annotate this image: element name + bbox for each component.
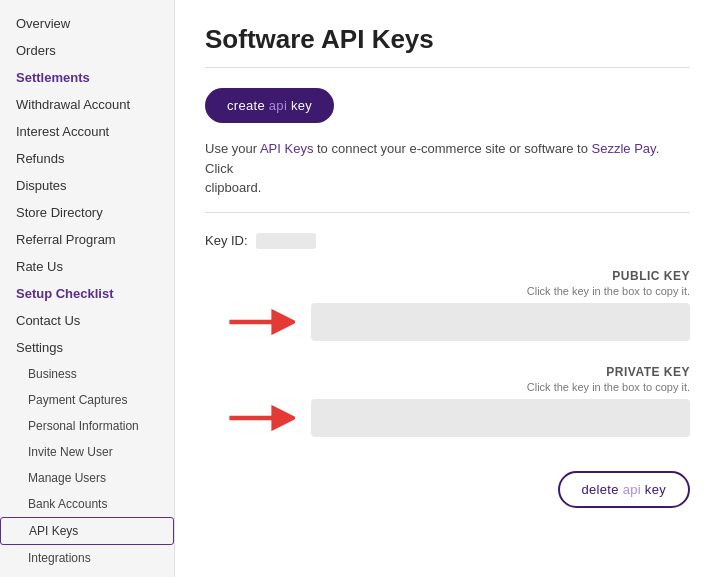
sidebar-settings-label: Settings [0, 334, 174, 361]
private-key-arrow-container [205, 403, 295, 433]
public-key-arrow-container [205, 307, 295, 337]
sidebar-item-overview[interactable]: Overview [0, 10, 174, 37]
private-key-header: PRIVATE KEY Click the key in the box to … [205, 365, 690, 399]
sidebar-item-business[interactable]: Business [0, 361, 174, 387]
delete-btn-highlight: api [623, 482, 641, 497]
key-id-row: Key ID: [205, 233, 690, 249]
create-btn-highlight: api [269, 98, 287, 113]
sidebar-item-store-directory[interactable]: Store Directory [0, 199, 174, 226]
sidebar-item-manage-users[interactable]: Manage Users [0, 465, 174, 491]
sidebar-item-payment-captures[interactable]: Payment Captures [0, 387, 174, 413]
sidebar-item-withdrawal-account[interactable]: Withdrawal Account [0, 91, 174, 118]
description-text: Use your API Keys to connect your e-comm… [205, 139, 690, 213]
right-arrow-icon-2 [225, 403, 295, 433]
sidebar-item-integrations[interactable]: Integrations [0, 545, 174, 571]
sidebar-item-orders[interactable]: Orders [0, 37, 174, 64]
sidebar-item-invite-new-user[interactable]: Invite New User [0, 439, 174, 465]
sidebar-item-refunds[interactable]: Refunds [0, 145, 174, 172]
delete-btn-row: delete api key [205, 461, 690, 508]
sezzle-link: Sezzle Pay [592, 141, 656, 156]
key-id-value [256, 233, 316, 249]
private-key-sublabel: Click the key in the box to copy it. [527, 381, 690, 393]
sidebar-item-settlements[interactable]: Settlements [0, 64, 174, 91]
private-key-label: PRIVATE KEY [606, 365, 690, 379]
main-content: Software API Keys create api key Use you… [175, 0, 720, 577]
public-key-label: PUBLIC KEY [612, 269, 690, 283]
page-title: Software API Keys [205, 24, 690, 68]
right-arrow-icon [225, 307, 295, 337]
public-key-input[interactable] [311, 303, 690, 341]
sidebar-item-disputes[interactable]: Disputes [0, 172, 174, 199]
public-key-sublabel: Click the key in the box to copy it. [527, 285, 690, 297]
public-key-header: PUBLIC KEY Click the key in the box to c… [205, 269, 690, 303]
sidebar-item-contact-us[interactable]: Contact Us [0, 307, 174, 334]
private-key-input[interactable] [311, 399, 690, 437]
sidebar-item-bank-accounts[interactable]: Bank Accounts [0, 491, 174, 517]
api-keys-link: API Keys [260, 141, 313, 156]
key-id-label: Key ID: [205, 233, 248, 248]
private-key-block: PRIVATE KEY Click the key in the box to … [205, 365, 690, 437]
sidebar-item-setup-checklist[interactable]: Setup Checklist [0, 280, 174, 307]
delete-api-key-button[interactable]: delete api key [558, 471, 690, 508]
sidebar-item-notifications[interactable]: Notifications [0, 571, 174, 577]
sidebar-item-api-keys[interactable]: API Keys [0, 517, 174, 545]
sidebar-item-referral-program[interactable]: Referral Program [0, 226, 174, 253]
create-api-key-button[interactable]: create api key [205, 88, 334, 123]
sidebar-item-personal-information[interactable]: Personal Information [0, 413, 174, 439]
sidebar-item-interest-account[interactable]: Interest Account [0, 118, 174, 145]
sidebar: Overview Orders Settlements Withdrawal A… [0, 0, 175, 577]
public-key-block: PUBLIC KEY Click the key in the box to c… [205, 269, 690, 341]
sidebar-item-rate-us[interactable]: Rate Us [0, 253, 174, 280]
